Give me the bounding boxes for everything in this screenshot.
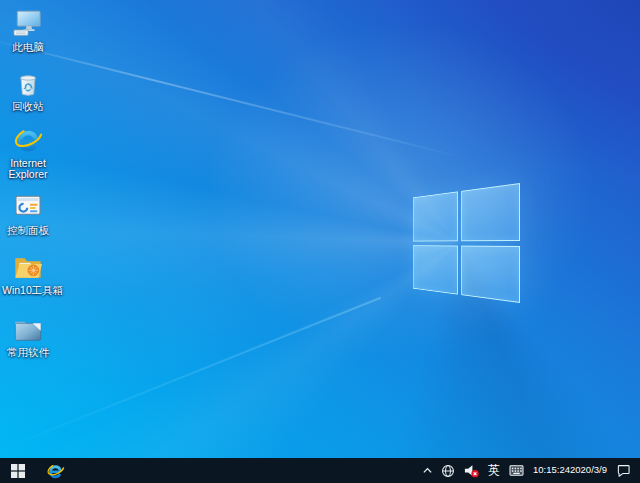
touch-keyboard-icon[interactable] xyxy=(507,458,526,483)
desktop-icon-this-pc[interactable]: 此电脑 xyxy=(2,8,54,53)
hidden-icons-chevron[interactable] xyxy=(420,458,435,483)
system-tray: 英 10:15:24 2020/3/9 xyxy=(420,458,640,483)
windows-logo-pane xyxy=(461,183,520,241)
common-software-icon xyxy=(12,313,44,345)
windows-desktop-screen: 此电脑 回收站 xyxy=(0,0,640,483)
desktop-icon-label: 控制面板 xyxy=(2,225,54,236)
volume-muted-icon[interactable] xyxy=(461,458,481,483)
taskbar: 英 10:15:24 2020/3/9 xyxy=(0,458,640,483)
internet-explorer-icon xyxy=(11,122,45,156)
clock-time: 10:15:24 xyxy=(533,465,570,476)
desktop-icon-win10-toolbox[interactable]: Win10工具箱 xyxy=(2,251,54,296)
desktop-icon-label: 回收站 xyxy=(2,101,54,112)
taskbar-clock[interactable]: 10:15:24 2020/3/9 xyxy=(530,458,610,483)
windows-logo-icon xyxy=(11,464,25,478)
ime-language-indicator[interactable]: 英 xyxy=(485,458,503,483)
light-ray-line xyxy=(0,297,381,451)
action-center-icon[interactable] xyxy=(614,458,633,483)
desktop-icon-label: 常用软件 xyxy=(2,347,54,358)
windows-logo-pane xyxy=(461,245,520,303)
desktop-icon-label: Internet Explorer xyxy=(2,158,54,180)
network-globe-icon[interactable] xyxy=(439,458,457,483)
desktop-wallpaper: 此电脑 回收站 xyxy=(0,0,640,458)
internet-explorer-icon xyxy=(45,460,66,481)
windows-logo-pane xyxy=(413,245,457,295)
desktop-icon-recycle-bin[interactable]: 回收站 xyxy=(2,67,54,112)
control-panel-icon xyxy=(12,191,44,223)
light-ray-line xyxy=(0,36,465,159)
recycle-bin-icon xyxy=(12,67,44,99)
windows-logo-pane xyxy=(413,191,457,241)
this-pc-icon xyxy=(12,8,44,40)
clock-date: 2020/3/9 xyxy=(570,465,607,476)
desktop-icon-label: Win10工具箱 xyxy=(2,285,54,296)
desktop-icon-label: 此电脑 xyxy=(2,42,54,53)
win10-toolbox-icon xyxy=(12,251,44,283)
desktop-icon-internet-explorer[interactable]: Internet Explorer xyxy=(2,122,54,180)
desktop-icon-control-panel[interactable]: 控制面板 xyxy=(2,191,54,236)
desktop-icon-common-software[interactable]: 常用软件 xyxy=(2,313,54,358)
taskbar-left-buttons xyxy=(0,458,74,483)
start-button[interactable] xyxy=(0,458,36,483)
windows-logo-wallpaper xyxy=(413,183,520,303)
internet-explorer-taskbar-button[interactable] xyxy=(36,458,74,483)
